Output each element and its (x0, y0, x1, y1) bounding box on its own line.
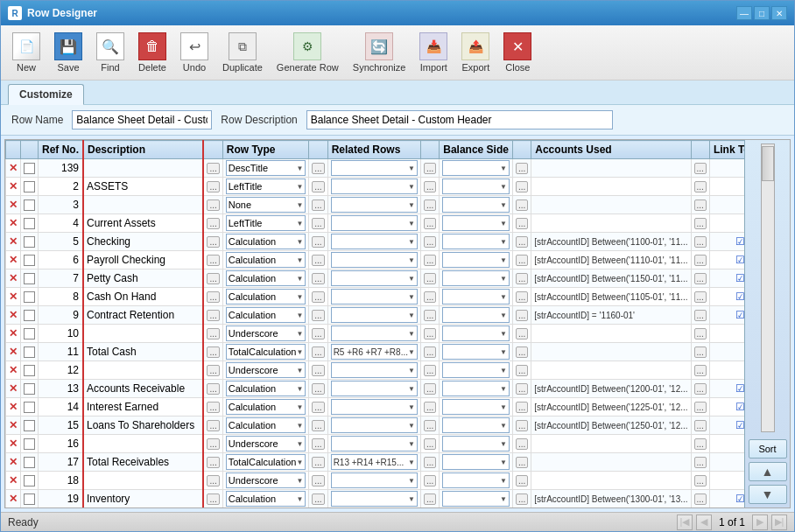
row-linkgl-cell[interactable]: ☑ (709, 490, 744, 508)
row-balside-dots[interactable]: ... (512, 251, 531, 270)
row-relrows-cell[interactable]: ▼ (327, 196, 420, 214)
relrows-select[interactable]: ▼ (331, 160, 418, 176)
undo-button[interactable]: ↩ Undo (174, 29, 215, 76)
row-desc-cell[interactable]: Payroll Checking (83, 251, 203, 270)
row-balside-cell[interactable]: ▼ (440, 472, 513, 490)
row-balside-dots[interactable]: ... (512, 159, 531, 178)
row-x-cell[interactable]: ✕ (6, 251, 21, 270)
row-desc-dots[interactable]: ... (203, 435, 222, 453)
row-acct-dots[interactable]: ... (691, 159, 709, 178)
row-checkbox[interactable] (24, 163, 35, 174)
row-linkgl-cell[interactable]: ☑ (709, 251, 744, 270)
row-checkbox[interactable] (24, 328, 35, 340)
row-desc-dots[interactable]: ... (203, 306, 222, 325)
row-relrows-dots[interactable]: ... (420, 398, 439, 416)
maximize-button[interactable]: □ (754, 6, 770, 20)
row-checkbox[interactable] (24, 255, 35, 266)
row-rowtype-dots[interactable]: ... (309, 398, 327, 416)
row-balside-cell[interactable]: ▼ (440, 196, 513, 214)
relrows-select[interactable]: ▼ (331, 491, 418, 507)
row-relrows-cell[interactable]: ▼ (327, 159, 420, 178)
row-check-cell[interactable] (21, 398, 39, 416)
rowtype-select[interactable]: None ▼ (226, 197, 306, 213)
row-checkbox[interactable] (24, 181, 35, 192)
row-balside-cell[interactable]: ▼ (440, 270, 513, 288)
row-relrows-dots[interactable]: ... (420, 306, 439, 325)
balside-select[interactable]: ▼ (442, 381, 510, 396)
row-relrows-dots[interactable]: ... (420, 251, 439, 270)
row-check-cell[interactable] (21, 361, 39, 380)
row-rowtype-dots[interactable]: ... (309, 233, 327, 251)
row-desc-dots[interactable]: ... (203, 196, 222, 214)
row-relrows-dots[interactable]: ... (420, 453, 439, 472)
row-check-cell[interactable] (21, 325, 39, 343)
row-linkgl-cell[interactable]: ☑ (709, 233, 744, 251)
row-relrows-cell[interactable]: ▼ (327, 288, 420, 306)
relrows-select[interactable]: ▼ (331, 362, 418, 378)
row-desc-dots[interactable]: ... (203, 270, 222, 288)
row-rowtype-cell[interactable]: None ▼ (222, 196, 309, 214)
row-balside-dots[interactable]: ... (512, 361, 531, 380)
row-linkgl-cell[interactable] (709, 214, 744, 233)
relrows-select[interactable]: ▼ (331, 326, 418, 341)
row-check-cell[interactable] (21, 490, 39, 508)
row-rowtype-dots[interactable]: ... (309, 306, 327, 325)
row-check-cell[interactable] (21, 214, 39, 233)
row-relrows-dots[interactable]: ... (420, 233, 439, 251)
table-scroll-area[interactable]: Ref No. Description Row Type Related Row… (5, 140, 744, 508)
sort-button[interactable]: Sort (749, 439, 787, 458)
row-balside-dots[interactable]: ... (512, 380, 531, 398)
row-relrows-cell[interactable]: ▼ (327, 270, 420, 288)
rowtype-select[interactable]: Calculation ▼ (226, 417, 306, 433)
row-checkbox[interactable] (24, 218, 35, 229)
row-x-cell[interactable]: ✕ (6, 325, 21, 343)
row-desc-dots[interactable]: ... (203, 472, 222, 490)
row-balside-dots[interactable]: ... (512, 325, 531, 343)
row-check-cell[interactable] (21, 159, 39, 178)
row-rowtype-dots[interactable]: ... (309, 196, 327, 214)
row-desc-cell[interactable]: Cash On Hand (83, 288, 203, 306)
row-acct-dots[interactable]: ... (691, 361, 709, 380)
row-balside-cell[interactable]: ▼ (440, 214, 513, 233)
row-check-cell[interactable] (21, 416, 39, 435)
row-acct-dots[interactable]: ... (691, 196, 709, 214)
row-desc-dots[interactable]: ... (203, 490, 222, 508)
row-desc-cell[interactable] (83, 196, 203, 214)
row-relrows-dots[interactable]: ... (420, 178, 439, 196)
close-button[interactable]: ✕ Close (497, 29, 538, 76)
row-acct-dots[interactable]: ... (691, 472, 709, 490)
row-balside-dots[interactable]: ... (512, 435, 531, 453)
relrows-select[interactable]: ▼ (331, 436, 418, 452)
tab-customize[interactable]: Customize (8, 84, 84, 105)
balside-select[interactable]: ▼ (442, 197, 510, 213)
row-balside-dots[interactable]: ... (512, 416, 531, 435)
row-acct-dots[interactable]: ... (691, 270, 709, 288)
row-rowtype-dots[interactable]: ... (309, 178, 327, 196)
row-check-cell[interactable] (21, 343, 39, 361)
row-relrows-cell[interactable]: ▼ (327, 361, 420, 380)
row-desc-dots[interactable]: ... (203, 325, 222, 343)
row-balside-cell[interactable]: ▼ (440, 398, 513, 416)
row-linkgl-cell[interactable]: ☑ (709, 288, 744, 306)
row-balside-dots[interactable]: ... (512, 288, 531, 306)
rowtype-select[interactable]: Calculation ▼ (226, 491, 306, 507)
row-checkbox[interactable] (24, 438, 35, 450)
rowtype-select[interactable]: Underscore ▼ (226, 326, 306, 341)
row-relrows-dots[interactable]: ... (420, 472, 439, 490)
row-checkbox[interactable] (24, 310, 35, 321)
row-balside-dots[interactable]: ... (512, 306, 531, 325)
row-relrows-dots[interactable]: ... (420, 361, 439, 380)
row-rowtype-dots[interactable]: ... (309, 361, 327, 380)
row-rowtype-dots[interactable]: ... (309, 214, 327, 233)
row-desc-cell[interactable] (83, 435, 203, 453)
row-rowtype-dots[interactable]: ... (309, 416, 327, 435)
row-rowtype-cell[interactable]: Calculation ▼ (222, 233, 309, 251)
row-x-cell[interactable]: ✕ (6, 398, 21, 416)
save-button[interactable]: 💾 Save (48, 29, 88, 76)
row-linkgl-cell[interactable] (709, 435, 744, 453)
row-desc-cell[interactable]: Petty Cash (83, 270, 203, 288)
row-rowtype-cell[interactable]: DescTitle ▼ (222, 159, 309, 178)
row-rowtype-dots[interactable]: ... (309, 325, 327, 343)
row-linkgl-cell[interactable] (709, 343, 744, 361)
row-linkgl-cell[interactable]: ☑ (709, 398, 744, 416)
